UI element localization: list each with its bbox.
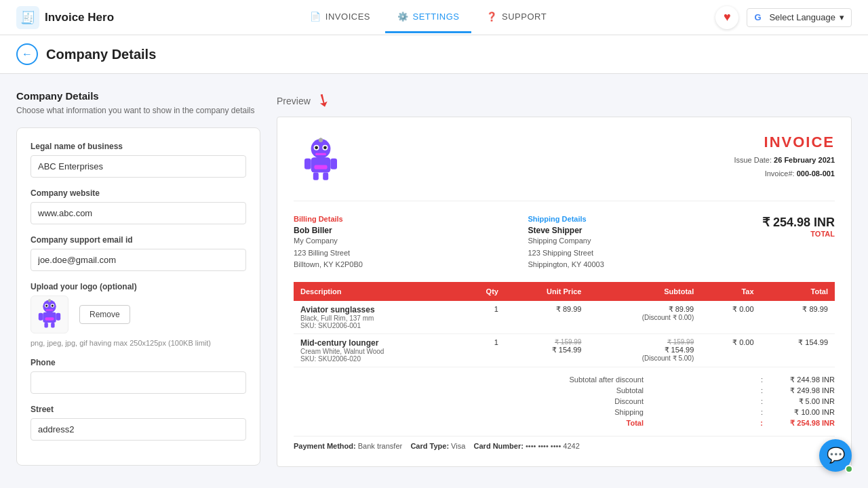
svg-rect-26 bbox=[313, 173, 319, 180]
subtotal-after-discount-key: Subtotal after discount bbox=[535, 375, 644, 384]
item2-unit-price: ₹ 159.99 ₹ 154.99 bbox=[505, 333, 589, 367]
brand-name: Invoice Hero bbox=[45, 11, 114, 24]
brand[interactable]: 🧾 Invoice Hero bbox=[16, 6, 114, 29]
item2-tax: ₹ 0.00 bbox=[701, 333, 760, 367]
logo-preview bbox=[31, 296, 68, 333]
col-description: Description bbox=[294, 282, 460, 301]
col-total: Total bbox=[761, 282, 835, 301]
grand-total-row: Total : ₹ 254.98 INR bbox=[535, 419, 835, 428]
page-title: Company Details bbox=[46, 47, 156, 62]
item1-tax: ₹ 0.00 bbox=[701, 301, 760, 334]
street-group: Street bbox=[31, 405, 246, 441]
svg-rect-22 bbox=[315, 153, 326, 155]
svg-point-20 bbox=[315, 146, 318, 149]
language-label: Select Language bbox=[769, 12, 835, 22]
back-button[interactable]: ← bbox=[16, 43, 38, 65]
discount-val: ₹ 5.00 INR bbox=[774, 397, 835, 406]
form-card: Legal name of business Company website C… bbox=[16, 127, 260, 466]
svg-rect-2 bbox=[39, 313, 43, 321]
item1-unit-price: ₹ 89.99 bbox=[505, 301, 589, 334]
back-arrow-icon: ← bbox=[22, 48, 33, 60]
col-subtotal: Subtotal bbox=[588, 282, 701, 301]
chat-online-badge bbox=[845, 465, 853, 473]
card-number-value: •••• •••• •••• 4242 bbox=[526, 442, 580, 450]
email-input[interactable] bbox=[31, 249, 246, 271]
item1-desc: Aviator sunglasses Black, Full Rim, 137 … bbox=[294, 301, 460, 334]
svg-rect-12 bbox=[44, 323, 47, 328]
shipping-company: Shipping Company bbox=[528, 235, 762, 247]
legal-name-group: Legal name of business bbox=[31, 142, 246, 178]
grand-total-val: ₹ 254.98 INR bbox=[774, 419, 835, 428]
street-input[interactable] bbox=[31, 418, 246, 441]
shipping-street: 123 Shipping Street bbox=[528, 247, 762, 260]
shipping-val: ₹ 10.00 INR bbox=[774, 408, 835, 417]
billing-block: Billing Details Bob Biller My Company 12… bbox=[294, 215, 528, 271]
billing-title: Billing Details bbox=[294, 215, 528, 223]
website-label: Company website bbox=[31, 188, 246, 198]
item2-desc: Mid-century lounger Cream White, Walnut … bbox=[294, 333, 460, 367]
card-type-value: Visa bbox=[451, 442, 465, 450]
logo-upload-area: Remove bbox=[31, 296, 246, 333]
totals-section: Subtotal after discount : ₹ 244.98 INR S… bbox=[294, 375, 835, 428]
phone-label: Phone bbox=[31, 358, 246, 367]
billing-name: Bob Biller bbox=[294, 226, 528, 235]
svg-rect-3 bbox=[56, 313, 60, 321]
svg-rect-24 bbox=[320, 138, 321, 142]
table-row: Mid-century lounger Cream White, Walnut … bbox=[294, 333, 835, 367]
google-icon: G bbox=[754, 12, 765, 23]
col-unit-price: Unit Price bbox=[505, 282, 589, 301]
logo-group: Upload your logo (optional) bbox=[31, 282, 246, 347]
favorite-button[interactable]: ♥ bbox=[715, 6, 738, 29]
billing-street: 123 Billing Street bbox=[294, 247, 528, 260]
website-group: Company website bbox=[31, 188, 246, 224]
top-nav: 🧾 Invoice Hero 📄 INVOICES ⚙️ SETTINGS ❓ … bbox=[0, 0, 868, 35]
grand-total-key: Total bbox=[535, 419, 644, 428]
nav-invoices-label: INVOICES bbox=[326, 12, 370, 22]
nav-invoices[interactable]: 📄 INVOICES bbox=[298, 2, 382, 33]
billing-company: My Company bbox=[294, 235, 528, 247]
discount-key: Discount bbox=[535, 397, 644, 406]
robot-logo-icon bbox=[31, 296, 68, 333]
phone-group: Phone bbox=[31, 358, 246, 394]
invoice-meta: Issue Date: 26 February 2021 Invoice#: 0… bbox=[734, 154, 835, 181]
section-desc: Choose what information you want to show… bbox=[16, 104, 260, 117]
main-content: Company Details Choose what information … bbox=[0, 74, 868, 483]
nav-settings[interactable]: ⚙️ SETTINGS bbox=[385, 2, 472, 33]
billing-city: Billtown, KY K2P0B0 bbox=[294, 259, 528, 271]
remove-logo-button[interactable]: Remove bbox=[79, 305, 130, 324]
settings-icon: ⚙️ bbox=[397, 12, 409, 22]
total-amount: ₹ 254.98 INR bbox=[762, 215, 835, 230]
legal-name-label: Legal name of business bbox=[31, 142, 246, 151]
nav-right: ♥ G Select Language ▾ bbox=[715, 6, 852, 29]
brand-icon: 🧾 bbox=[16, 6, 39, 29]
invoice-robot-icon bbox=[294, 134, 348, 188]
item1-total: ₹ 89.99 bbox=[761, 301, 835, 334]
svg-rect-25 bbox=[314, 165, 327, 169]
shipping-city: Shippington, KY 40003 bbox=[528, 259, 762, 271]
phone-input[interactable] bbox=[31, 371, 246, 394]
invoice-header: INVOICE Issue Date: 26 February 2021 Inv… bbox=[294, 134, 835, 201]
website-input[interactable] bbox=[31, 202, 246, 224]
svg-point-7 bbox=[52, 304, 54, 306]
svg-rect-10 bbox=[49, 299, 50, 302]
issue-date-label: Issue Date: bbox=[734, 156, 772, 164]
issue-date-value: 26 February 2021 bbox=[774, 156, 835, 164]
nav-support[interactable]: ❓ SUPPORT bbox=[474, 2, 559, 33]
svg-rect-16 bbox=[304, 159, 311, 169]
invoice-word: INVOICE bbox=[734, 134, 835, 151]
legal-name-input[interactable] bbox=[31, 155, 246, 178]
shipping-name: Steve Shipper bbox=[528, 226, 762, 235]
payment-method-value: Bank transfer bbox=[358, 442, 402, 450]
language-selector[interactable]: G Select Language ▾ bbox=[747, 8, 852, 27]
nav-support-label: SUPPORT bbox=[502, 12, 547, 22]
table-row: Aviator sunglasses Black, Full Rim, 137 … bbox=[294, 301, 835, 334]
card-number-label: Card Number: bbox=[474, 442, 524, 450]
svg-rect-8 bbox=[46, 309, 54, 310]
email-group: Company support email id bbox=[31, 235, 246, 271]
total-block: ₹ 254.98 INR TOTAL bbox=[762, 215, 835, 238]
nav-links: 📄 INVOICES ⚙️ SETTINGS ❓ SUPPORT bbox=[141, 2, 715, 33]
invoice-num-value: 000-08-001 bbox=[797, 169, 835, 178]
email-label: Company support email id bbox=[31, 235, 246, 245]
invoice-card: INVOICE Issue Date: 26 February 2021 Inv… bbox=[277, 117, 852, 467]
svg-rect-17 bbox=[330, 159, 337, 169]
